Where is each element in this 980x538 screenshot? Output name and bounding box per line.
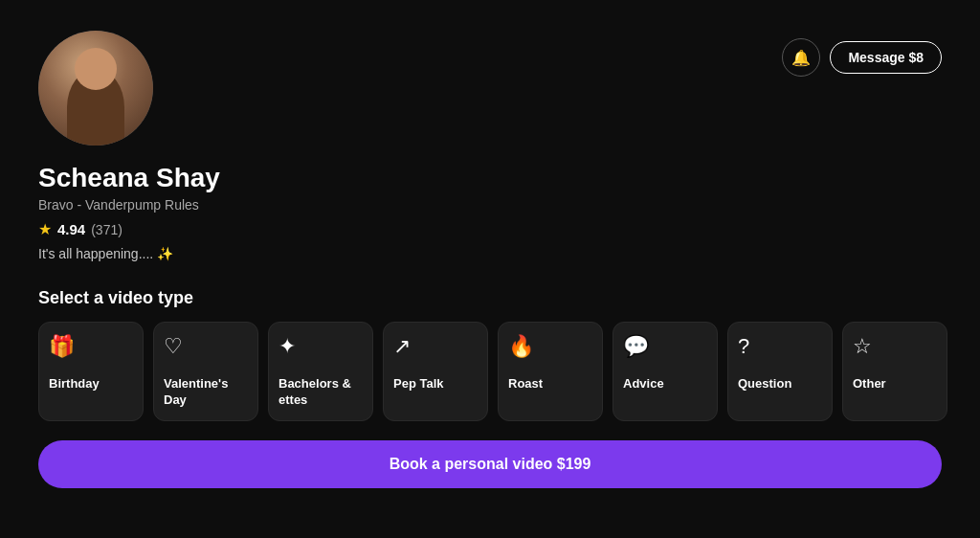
video-type-bachelors[interactable]: ✦Bachelors & ettes	[268, 322, 373, 421]
profile-info: Scheana Shay Bravo - Vanderpump Rules ★ …	[38, 163, 942, 261]
video-section: Select a video type 🎁Birthday♡Valentine'…	[38, 288, 942, 421]
valentines-label: Valentine's Day	[164, 376, 248, 409]
avatar-image	[38, 31, 153, 146]
book-button-container: Book a personal video $199	[38, 440, 942, 488]
header-row: 🔔 Message $8	[38, 31, 942, 146]
roast-icon: 🔥	[508, 336, 534, 357]
profile-name: Scheana Shay	[38, 163, 942, 193]
birthday-icon: 🎁	[49, 336, 75, 357]
tagline: It's all happening.... ✨	[38, 246, 942, 261]
pep-talk-label: Pep Talk	[393, 376, 444, 392]
bell-button[interactable]: 🔔	[782, 38, 820, 77]
profile-subtitle: Bravo - Vanderpump Rules	[38, 197, 942, 213]
video-type-roast[interactable]: 🔥Roast	[498, 322, 603, 421]
video-type-birthday[interactable]: 🎁Birthday	[38, 322, 144, 421]
video-types-grid: 🎁Birthday♡Valentine's Day✦Bachelors & et…	[38, 322, 942, 421]
pep-talk-icon: ↗	[393, 336, 411, 357]
bachelors-label: Bachelors & ettes	[278, 376, 363, 409]
video-type-advice[interactable]: 💬Advice	[612, 322, 718, 421]
book-button[interactable]: Book a personal video $199	[38, 440, 942, 488]
rating-value: 4.94	[57, 221, 85, 237]
birthday-label: Birthday	[49, 376, 100, 392]
advice-icon: 💬	[623, 336, 649, 357]
message-button[interactable]: Message $8	[830, 41, 942, 74]
header-actions: 🔔 Message $8	[782, 31, 942, 77]
advice-label: Advice	[623, 376, 664, 392]
other-label: Other	[853, 376, 886, 392]
rating-count: (371)	[91, 222, 122, 237]
roast-label: Roast	[508, 376, 543, 392]
valentines-icon: ♡	[164, 336, 183, 357]
bachelors-icon: ✦	[278, 336, 296, 357]
other-icon: ☆	[853, 336, 872, 357]
question-label: Question	[738, 376, 791, 392]
video-type-question[interactable]: ?Question	[727, 322, 833, 421]
video-type-other[interactable]: ☆Other	[842, 322, 947, 421]
question-icon: ?	[738, 336, 749, 357]
section-title: Select a video type	[38, 288, 942, 308]
video-type-pep-talk[interactable]: ↗Pep Talk	[383, 322, 488, 421]
video-type-valentines[interactable]: ♡Valentine's Day	[153, 322, 258, 421]
avatar	[38, 31, 153, 146]
star-icon: ★	[38, 220, 52, 238]
rating-row: ★ 4.94 (371)	[38, 220, 942, 238]
